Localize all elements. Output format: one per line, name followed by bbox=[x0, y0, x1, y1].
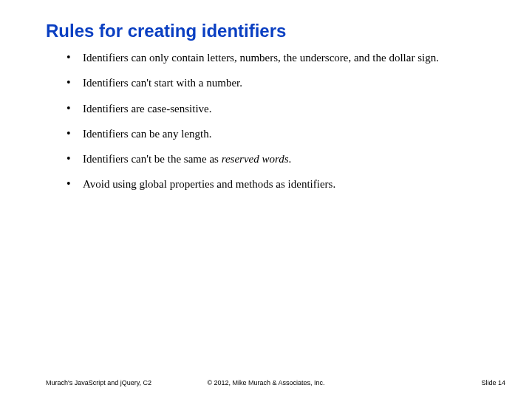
bullet-item: Identifiers can't start with a number. bbox=[64, 75, 488, 90]
slide: Rules for creating identifiers Identifie… bbox=[0, 0, 532, 399]
footer-center: © 2012, Mike Murach & Associates, Inc. bbox=[0, 380, 532, 387]
slide-footer: Murach's JavaScript and jQuery, C2 © 201… bbox=[0, 371, 532, 387]
footer-right: Slide 14 bbox=[481, 380, 505, 387]
bullet-item: Identifiers are case-sensitive. bbox=[64, 101, 488, 116]
slide-content: Identifiers can only contain letters, nu… bbox=[64, 50, 488, 202]
bullet-list: Identifiers can only contain letters, nu… bbox=[64, 50, 488, 192]
bullet-item: Avoid using global properties and method… bbox=[64, 177, 488, 191]
bullet-item: Identifiers can be any length. bbox=[64, 126, 488, 141]
slide-title: Rules for creating identifiers bbox=[46, 21, 286, 41]
bullet-item: Identifiers can only contain letters, nu… bbox=[64, 50, 488, 65]
bullet-item: Identifiers can't be the same as reserve… bbox=[64, 151, 488, 166]
